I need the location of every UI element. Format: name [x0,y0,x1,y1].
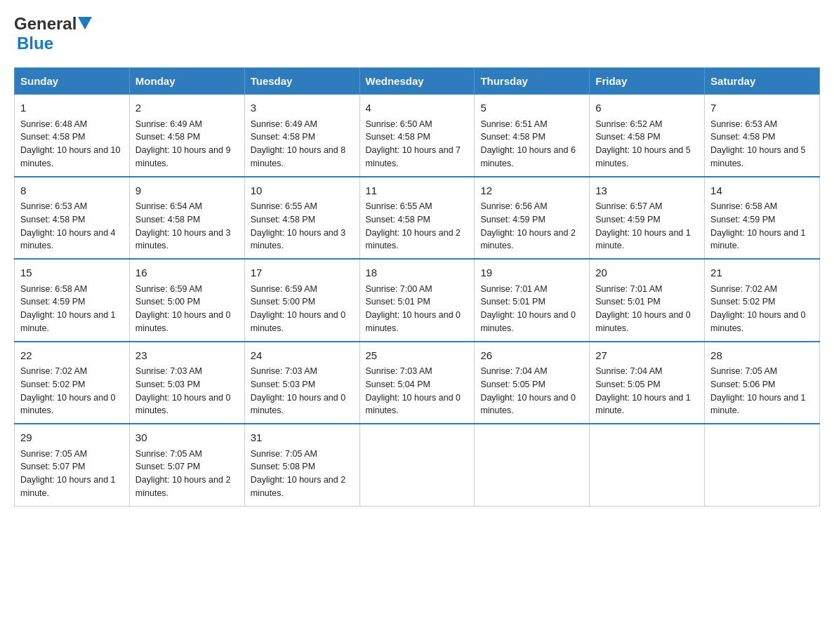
daylight-text: Daylight: 10 hours and 8 minutes. [251,145,346,168]
daylight-text: Daylight: 10 hours and 3 minutes. [135,228,231,251]
sunset-text: Sunset: 4:58 PM [20,215,85,224]
day-number: 14 [710,183,814,199]
day-number: 27 [595,348,699,364]
sunrise-text: Sunrise: 7:03 AM [135,366,202,376]
day-number: 19 [480,265,583,281]
sunset-text: Sunset: 4:59 PM [595,215,660,224]
page-header: General Blue [14,14,820,53]
daylight-text: Daylight: 10 hours and 0 minutes. [595,310,691,333]
sunset-text: Sunset: 5:00 PM [135,297,200,307]
day-number: 21 [710,265,814,281]
sunset-text: Sunset: 5:04 PM [366,380,430,389]
sunrise-text: Sunrise: 6:54 AM [135,201,202,211]
col-tuesday: Tuesday [244,68,359,95]
sunrise-text: Sunrise: 6:48 AM [20,119,87,129]
calendar-cell: 10Sunrise: 6:55 AMSunset: 4:58 PMDayligh… [244,177,359,260]
logo: General Blue [14,14,92,53]
sunrise-text: Sunrise: 7:05 AM [251,449,317,459]
calendar-cell: 4Sunrise: 6:50 AMSunset: 4:58 PMDaylight… [359,95,475,177]
calendar-cell: 26Sunrise: 7:04 AMSunset: 5:05 PMDayligh… [475,342,590,424]
sunset-text: Sunset: 5:05 PM [480,380,545,389]
calendar-cell: 7Sunrise: 6:53 AMSunset: 4:58 PMDaylight… [705,95,820,177]
sunset-text: Sunset: 5:02 PM [710,297,775,307]
day-number: 22 [20,348,124,364]
day-number: 3 [251,100,354,116]
sunrise-text: Sunrise: 7:05 AM [710,366,777,376]
calendar-cell: 31Sunrise: 7:05 AMSunset: 5:08 PMDayligh… [244,424,359,506]
day-number: 10 [251,183,354,199]
calendar-week-row: 22Sunrise: 7:02 AMSunset: 5:02 PMDayligh… [15,342,820,424]
sunset-text: Sunset: 5:01 PM [366,297,430,307]
day-number: 17 [251,265,354,281]
day-number: 11 [366,183,469,199]
day-number: 9 [135,183,239,199]
daylight-text: Daylight: 10 hours and 0 minutes. [480,310,576,333]
sunset-text: Sunset: 5:01 PM [595,297,660,307]
daylight-text: Daylight: 10 hours and 1 minute. [20,475,116,498]
sunset-text: Sunset: 4:58 PM [366,132,430,142]
calendar-cell: 12Sunrise: 6:56 AMSunset: 4:59 PMDayligh… [475,177,590,260]
sunrise-text: Sunrise: 6:55 AM [251,201,317,211]
sunrise-text: Sunrise: 6:57 AM [595,201,662,211]
day-number: 7 [710,100,814,116]
calendar-cell: 15Sunrise: 6:58 AMSunset: 4:59 PMDayligh… [15,259,130,342]
sunrise-text: Sunrise: 7:01 AM [480,284,547,294]
calendar-cell: 8Sunrise: 6:53 AMSunset: 4:58 PMDaylight… [15,177,130,260]
sunrise-text: Sunrise: 6:58 AM [710,201,777,211]
daylight-text: Daylight: 10 hours and 2 minutes. [251,475,346,498]
calendar-cell: 16Sunrise: 6:59 AMSunset: 5:00 PMDayligh… [129,259,244,342]
sunset-text: Sunset: 5:03 PM [135,380,200,389]
daylight-text: Daylight: 10 hours and 0 minutes. [251,310,346,333]
day-number: 31 [251,430,354,446]
col-thursday: Thursday [475,68,590,95]
sunrise-text: Sunrise: 7:00 AM [366,284,432,294]
calendar-cell [359,424,475,506]
calendar-cell: 5Sunrise: 6:51 AMSunset: 4:58 PMDaylight… [475,95,590,177]
daylight-text: Daylight: 10 hours and 1 minute. [595,393,691,416]
calendar-week-row: 29Sunrise: 7:05 AMSunset: 5:07 PMDayligh… [15,424,820,506]
calendar-cell: 2Sunrise: 6:49 AMSunset: 4:58 PMDaylight… [129,95,244,177]
daylight-text: Daylight: 10 hours and 0 minutes. [251,393,346,416]
calendar-cell: 18Sunrise: 7:00 AMSunset: 5:01 PMDayligh… [359,259,475,342]
calendar-cell: 13Sunrise: 6:57 AMSunset: 4:59 PMDayligh… [590,177,705,260]
calendar-cell: 19Sunrise: 7:01 AMSunset: 5:01 PMDayligh… [475,259,590,342]
sunrise-text: Sunrise: 6:49 AM [135,119,202,129]
day-number: 25 [366,348,469,364]
daylight-text: Daylight: 10 hours and 1 minute. [710,393,806,416]
sunrise-text: Sunrise: 7:02 AM [20,366,87,376]
daylight-text: Daylight: 10 hours and 3 minutes. [251,228,346,251]
sunrise-text: Sunrise: 6:49 AM [251,119,317,129]
daylight-text: Daylight: 10 hours and 0 minutes. [710,310,806,333]
sunset-text: Sunset: 4:58 PM [135,132,200,142]
col-monday: Monday [129,68,244,95]
daylight-text: Daylight: 10 hours and 6 minutes. [480,145,576,168]
sunrise-text: Sunrise: 6:55 AM [366,201,432,211]
daylight-text: Daylight: 10 hours and 5 minutes. [595,145,691,168]
day-number: 1 [20,100,124,116]
day-number: 20 [595,265,699,281]
sunset-text: Sunset: 4:58 PM [20,132,85,142]
calendar-week-row: 15Sunrise: 6:58 AMSunset: 4:59 PMDayligh… [15,259,820,342]
daylight-text: Daylight: 10 hours and 0 minutes. [135,310,231,333]
col-friday: Friday [590,68,705,95]
sunset-text: Sunset: 4:59 PM [710,215,775,224]
sunrise-text: Sunrise: 6:59 AM [135,284,202,294]
daylight-text: Daylight: 10 hours and 0 minutes. [480,393,576,416]
calendar-week-row: 1Sunrise: 6:48 AMSunset: 4:58 PMDaylight… [15,95,820,177]
sunrise-text: Sunrise: 6:53 AM [20,201,87,211]
daylight-text: Daylight: 10 hours and 0 minutes. [20,393,116,416]
sunrise-text: Sunrise: 7:04 AM [595,366,662,376]
sunrise-text: Sunrise: 6:52 AM [595,119,662,129]
sunrise-text: Sunrise: 6:59 AM [251,284,317,294]
sunrise-text: Sunrise: 7:03 AM [251,366,317,376]
calendar-cell: 21Sunrise: 7:02 AMSunset: 5:02 PMDayligh… [705,259,820,342]
daylight-text: Daylight: 10 hours and 2 minutes. [366,228,461,251]
sunset-text: Sunset: 4:59 PM [480,215,545,224]
day-number: 2 [135,100,239,116]
logo-chevron-icon [78,17,92,31]
sunrise-text: Sunrise: 7:03 AM [366,366,432,376]
daylight-text: Daylight: 10 hours and 10 minutes. [20,145,120,168]
calendar-cell: 25Sunrise: 7:03 AMSunset: 5:04 PMDayligh… [359,342,475,424]
daylight-text: Daylight: 10 hours and 9 minutes. [135,145,231,168]
daylight-text: Daylight: 10 hours and 2 minutes. [480,228,576,251]
